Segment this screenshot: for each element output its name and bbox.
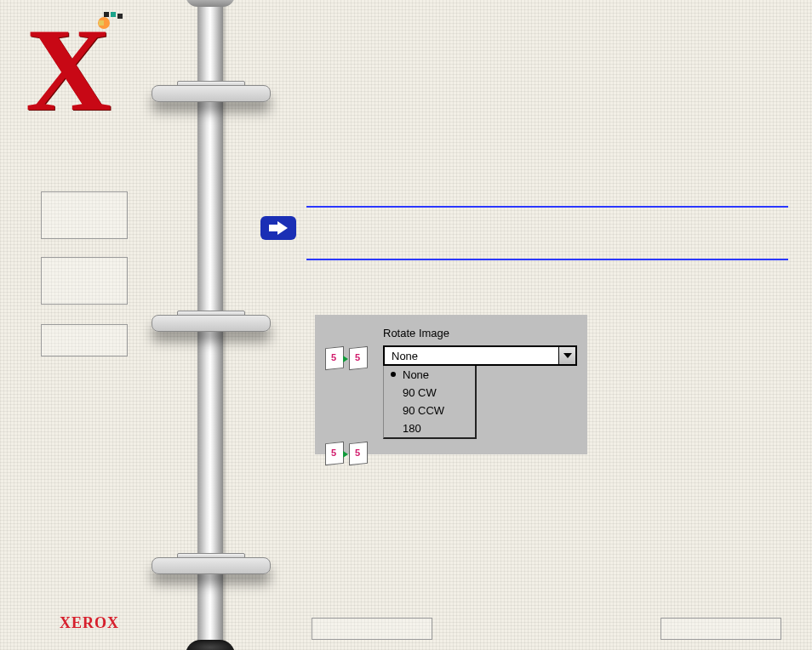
section-divider — [306, 206, 788, 208]
nav-button[interactable] — [41, 191, 128, 239]
rotate-image-label: Rotate Image — [383, 327, 449, 339]
rotate-pages-icon: 5 5 — [323, 345, 371, 371]
rotate-image-panel: Rotate Image 5 5 None None 90 CW 90 CCW … — [315, 315, 587, 454]
arrow-right-small-icon — [343, 356, 348, 362]
arrow-right-small-icon — [343, 451, 348, 458]
chevron-down-icon — [563, 353, 572, 358]
dropdown-toggle-button[interactable] — [558, 347, 575, 364]
page-root: X Rotate Image 5 5 None — [0, 0, 812, 650]
arrow-right-icon — [260, 216, 296, 240]
binder-tab[interactable] — [152, 557, 271, 598]
nav-button[interactable] — [41, 257, 128, 305]
binder-spine-cap-top — [186, 0, 235, 7]
footer-button[interactable] — [660, 618, 781, 640]
rotate-image-selected-value: None — [392, 350, 418, 362]
rotate-pages-icon: 5 5 — [323, 441, 371, 466]
xerox-wordmark: XEROX — [60, 614, 119, 632]
binder-tab[interactable] — [152, 315, 271, 356]
binder-spine-cap-bottom — [186, 640, 235, 650]
dropdown-option[interactable]: 180 — [384, 419, 475, 437]
rotate-image-dropdown-list[interactable]: None 90 CW 90 CCW 180 — [383, 366, 477, 439]
dropdown-option[interactable]: 90 CCW — [384, 402, 475, 419]
footer-button[interactable] — [312, 618, 432, 640]
nav-button[interactable] — [41, 324, 128, 356]
section-divider — [306, 259, 788, 260]
xerox-x-logo: X — [26, 10, 105, 129]
binder-tab[interactable] — [152, 85, 271, 126]
rotate-image-dropdown[interactable]: None — [383, 345, 577, 366]
svg-marker-0 — [269, 221, 288, 235]
dropdown-option[interactable]: None — [384, 366, 475, 384]
dropdown-option[interactable]: 90 CW — [384, 384, 475, 402]
